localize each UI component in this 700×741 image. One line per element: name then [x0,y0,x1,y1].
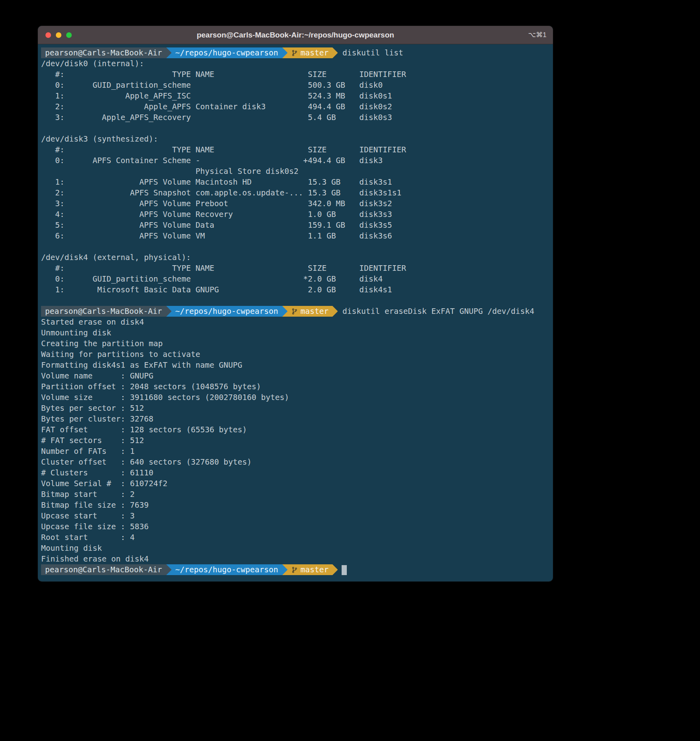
terminal-output-line: Creating the partition map [41,338,550,349]
git-branch-icon [291,308,298,315]
prompt-line: pearson@Carls-MacBook-Air~/repos/hugo-cw… [41,306,550,317]
terminal-output-line: 3: APFS Volume Preboot 342.0 MB disk3s2 [41,198,550,209]
prompt-line: pearson@Carls-MacBook-Air~/repos/hugo-cw… [41,564,550,575]
terminal-output-line: 2: Apple_APFS Container disk3 494.4 GB d… [41,101,550,112]
powerline-separator-icon [282,47,287,58]
git-branch-label: master [301,47,328,58]
terminal-content[interactable]: pearson@Carls-MacBook-Air~/repos/hugo-cw… [38,44,553,575]
terminal-output-line: Number of FATs : 1 [41,446,550,457]
minimize-button[interactable] [56,32,61,38]
command-text: diskutil list [338,47,403,58]
terminal-output-line: 1: APFS Volume Macintosh HD 15.3 GB disk… [41,177,550,187]
terminal-output-line: Bitmap file size : 7639 [41,500,550,510]
terminal-output-line: Upcase file size : 5836 [41,521,550,532]
terminal-output-line: Partition offset : 2048 sectors (1048576… [41,381,550,392]
terminal-output-line: 0: APFS Container Scheme - +494.4 GB dis… [41,155,550,166]
powerline-separator-icon [332,564,338,575]
terminal-output-line: Waiting for partitions to activate [41,349,550,360]
terminal-output-line: 6: APFS Volume VM 1.1 GB disk3s6 [41,231,550,241]
terminal-output-line [41,241,550,252]
terminal-output-line: /dev/disk4 (external, physical): [41,252,550,263]
terminal-output-line: 1: Apple_APFS_ISC 524.3 MB disk0s1 [41,91,550,101]
powerline-separator-icon [166,47,171,58]
terminal-output-line: 1: Microsoft Basic Data GNUPG 2.0 GB dis… [41,284,550,295]
powerline-separator-icon [166,564,171,575]
terminal-output-line: 3: Apple_APFS_Recovery 5.4 GB disk0s3 [41,112,550,123]
terminal-output-line: Started erase on disk4 [41,317,550,327]
terminal-output-line: Bytes per sector : 512 [41,403,550,414]
terminal-output-line: Mounting disk [41,543,550,554]
git-branch-label: master [301,306,328,317]
terminal-output-line: #: TYPE NAME SIZE IDENTIFIER [41,144,550,155]
terminal-output-line: 4: APFS Volume Recovery 1.0 GB disk3s3 [41,209,550,220]
prompt-git-branch: master [287,47,332,58]
prompt-user-host: pearson@Carls-MacBook-Air [41,47,166,58]
powerline-separator-icon [282,306,287,317]
terminal-output-line: Volume size : 3911680 sectors (200278016… [41,392,550,403]
terminal-output-line: 2: APFS Snapshot com.apple.os.update-...… [41,187,550,198]
terminal-output-line: 0: GUID_partition_scheme *2.0 GB disk4 [41,274,550,284]
powerline-separator-icon [282,564,287,575]
prompt-line: pearson@Carls-MacBook-Air~/repos/hugo-cw… [41,47,550,58]
terminal-output-line [41,123,550,134]
prompt-directory: ~/repos/hugo-cwpearson [171,564,282,575]
terminal-output-line: 5: APFS Volume Data 159.1 GB disk3s5 [41,220,550,231]
terminal-output-line: 0: GUID_partition_scheme 500.3 GB disk0 [41,80,550,91]
terminal-output-line: Cluster offset : 640 sectors (327680 byt… [41,457,550,467]
prompt-user-host: pearson@Carls-MacBook-Air [41,306,166,317]
terminal-output-line: Physical Store disk0s2 [41,166,550,177]
close-button[interactable] [45,32,51,38]
terminal-output-line: Unmounting disk [41,327,550,338]
terminal-output-line: /dev/disk0 (internal): [41,58,550,69]
zoom-button[interactable] [66,32,72,38]
terminal-output-line: /dev/disk3 (synthesized): [41,134,550,144]
terminal-output-line: Bytes per cluster: 32768 [41,414,550,424]
terminal-output-line: Root start : 4 [41,532,550,543]
terminal-output-line: #: TYPE NAME SIZE IDENTIFIER [41,69,550,80]
traffic-lights [38,32,72,38]
powerline-separator-icon [166,306,171,317]
git-branch-label: master [301,564,328,575]
terminal-output-line: Finished erase on disk4 [41,554,550,564]
terminal-output-line: # Clusters : 61110 [41,467,550,478]
terminal-window: pearson@Carls-MacBook-Air:~/repos/hugo-c… [38,26,553,581]
prompt-directory: ~/repos/hugo-cwpearson [171,47,282,58]
powerline-separator-icon [332,306,338,317]
prompt-directory: ~/repos/hugo-cwpearson [171,306,282,317]
terminal-cursor [342,565,347,575]
window-title: pearson@Carls-MacBook-Air:~/repos/hugo-c… [38,31,553,39]
terminal-output-line: Volume name : GNUPG [41,370,550,381]
terminal-output-line: FAT offset : 128 sectors (65536 bytes) [41,424,550,435]
powerline-separator-icon [332,47,338,58]
git-branch-icon [291,567,298,573]
command-text: diskutil eraseDisk ExFAT GNUPG /dev/disk… [338,306,534,317]
terminal-output-line: # FAT sectors : 512 [41,435,550,446]
prompt-user-host: pearson@Carls-MacBook-Air [41,564,166,575]
terminal-output-line: Upcase start : 3 [41,510,550,521]
terminal-output-line: Bitmap start : 2 [41,489,550,500]
terminal-output-line: Volume Serial # : 610724f2 [41,478,550,489]
prompt-git-branch: master [287,306,332,317]
window-shortcut-hint: ⌥⌘1 [528,31,547,39]
git-branch-icon [291,50,298,56]
terminal-output-line: Formatting disk4s1 as ExFAT with name GN… [41,360,550,370]
terminal-output-line [41,295,550,306]
terminal-output-line: #: TYPE NAME SIZE IDENTIFIER [41,263,550,274]
prompt-git-branch: master [287,564,332,575]
titlebar[interactable]: pearson@Carls-MacBook-Air:~/repos/hugo-c… [38,26,553,44]
